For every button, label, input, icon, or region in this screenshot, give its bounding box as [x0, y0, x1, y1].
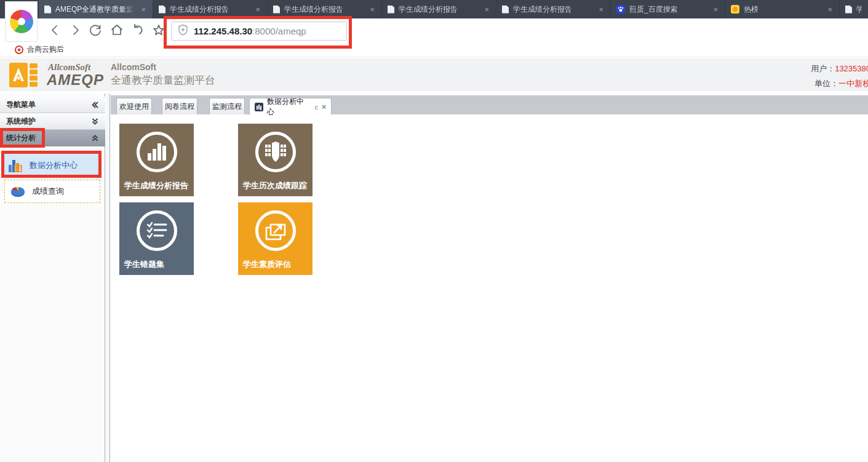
bar-chart-tab-icon	[255, 103, 263, 111]
session-info: 用户：13235380 单位：一中新校	[811, 62, 868, 91]
pinwheel-logo-icon	[10, 10, 33, 33]
browser-tab-report-2[interactable]: 学生成绩分析报告 ×	[267, 0, 381, 18]
close-tab-icon[interactable]: ×	[140, 5, 147, 14]
bar-chart-tile-icon	[137, 132, 177, 172]
browser-tab-report-1[interactable]: 学生成绩分析报告 ×	[153, 0, 267, 18]
pie-chart-icon	[10, 183, 26, 199]
browser-tab-school[interactable]: 学校成	[839, 0, 868, 18]
screen: AMEQP全通教学质量监 × 学生成绩分析报告 × 学生成绩分析报告 × 学生成…	[0, 0, 868, 462]
workspace: 欢迎使用 阅卷流程 监测流程 数据分析中心 c ×	[111, 94, 868, 462]
app-header: AllcomSoft AMEQP AllcomSoft 全通教学质量监测平台 用…	[0, 58, 868, 91]
tile-history-score-tracking[interactable]: 学生历次成绩跟踪	[238, 124, 313, 196]
browser-tab-report-3[interactable]: 学生成绩分析报告 ×	[381, 0, 496, 18]
close-tab-icon[interactable]: ×	[483, 5, 490, 14]
tab-marking-flow[interactable]: 阅卷流程	[162, 98, 197, 114]
home-icon[interactable]	[109, 23, 124, 38]
close-tab-icon[interactable]: ×	[322, 103, 326, 111]
page-favicon	[44, 6, 51, 14]
sidebar-section-label: 统计分析	[6, 133, 36, 143]
close-tab-icon[interactable]: ×	[712, 5, 719, 14]
bookmarks-bar: 合商云购后	[0, 42, 868, 57]
sidebar-item-label: 成绩查询	[32, 186, 64, 197]
browser-tab-hot-list[interactable]: 热榜 ×	[725, 0, 839, 18]
sidebar-splitter[interactable]	[106, 94, 110, 462]
tile-label: 学生错题集	[124, 259, 164, 270]
browser-tab-ameqp[interactable]: AMEQP全通教学质量监 ×	[38, 0, 153, 18]
browser-tab-label: 学生成绩分析报告	[399, 4, 479, 15]
address-host[interactable]: 112.245.48.30	[194, 26, 252, 36]
unit-value: 一中新校	[838, 79, 868, 88]
browser-tab-label: 学生成绩分析报告	[284, 4, 364, 15]
collapse-left-icon[interactable]	[91, 101, 99, 109]
browser-tab-label: 学生成绩分析报告	[170, 4, 250, 15]
product-name: AllcomSoft	[111, 62, 156, 72]
back-icon[interactable]	[48, 23, 63, 38]
browser-logo[interactable]	[5, 1, 38, 42]
tile-label: 学生素质评估	[243, 259, 291, 270]
tab-label: 阅卷流程	[165, 102, 194, 112]
unit-line: 单位：一中新校	[811, 76, 868, 91]
page-favicon	[502, 6, 509, 14]
tile-score-analysis-report[interactable]: 学生成绩分析报告	[119, 124, 194, 196]
favorite-star-icon[interactable]	[151, 23, 166, 38]
tab-welcome[interactable]: 欢迎使用	[116, 98, 152, 114]
page-favicon	[388, 6, 394, 14]
browser-tab-label: 学校成	[856, 4, 862, 15]
address-path[interactable]: :8000/ameqp	[252, 26, 306, 36]
sidebar-section-statistics-analysis[interactable]: 统计分析	[0, 130, 105, 146]
close-tab-icon[interactable]: ×	[254, 5, 261, 14]
address-url: 112.245.48.30:8000/ameqp	[194, 26, 306, 37]
tab-label: 欢迎使用	[119, 102, 149, 112]
address-bar[interactable]: 112.245.48.30:8000/ameqp	[171, 22, 347, 41]
browser-tab-label: 煎蛋_百度搜索	[629, 4, 707, 15]
browser-tab-baidu-search[interactable]: 煎蛋_百度搜索 ×	[610, 0, 725, 18]
browser-tab-label: AMEQP全通教学质量监	[55, 4, 135, 15]
reload-icon[interactable]	[88, 23, 103, 38]
sidebar-section-system-maintenance[interactable]: 系统维护	[0, 113, 105, 130]
chevron-double-up-icon[interactable]	[91, 134, 99, 142]
ameqp-logo-icon	[9, 61, 41, 92]
user-label: 用户：	[811, 64, 835, 73]
browser-tab-label: 热榜	[744, 4, 822, 15]
tab-label: 监测流程	[212, 102, 242, 112]
tile-label: 学生历次成绩跟踪	[243, 180, 307, 191]
undo-icon[interactable]	[130, 23, 145, 38]
close-tab-icon[interactable]: ×	[368, 5, 376, 14]
sidebar-item-score-query[interactable]: 成绩查询	[4, 180, 100, 203]
close-tab-icon[interactable]: ×	[826, 5, 834, 14]
sidebar-item-data-analysis-center[interactable]: 数据分析中心	[2, 154, 102, 177]
site-security-shield-icon[interactable]	[178, 24, 188, 38]
checklist-tile-icon	[137, 210, 177, 251]
hot-list-favicon	[731, 5, 739, 14]
browser-tab-strip: AMEQP全通教学质量监 × 学生成绩分析报告 × 学生成绩分析报告 × 学生成…	[0, 0, 868, 18]
page-favicon	[845, 6, 852, 14]
browser-tab-label: 学生成绩分析报告	[513, 4, 593, 15]
tile-label: 学生成绩分析报告	[124, 180, 188, 191]
sidebar-title-nav-menu[interactable]: 导航菜单	[0, 97, 105, 113]
bookmark-favicon	[15, 46, 23, 54]
tab-data-analysis-center[interactable]: 数据分析中心 c ×	[249, 98, 332, 115]
tab-monitoring-flow[interactable]: 监测流程	[209, 98, 245, 114]
brand-word-text: AMEQP	[47, 71, 104, 89]
product-subtitle: 全通教学质量监测平台	[111, 73, 215, 87]
chevron-double-down-icon[interactable]	[91, 117, 99, 125]
tab-label: 数据分析中心	[267, 97, 311, 117]
sidebar-section-label: 系统维护	[6, 116, 36, 127]
tile-wrong-question-collection[interactable]: 学生错题集	[119, 202, 194, 275]
tile-quality-assessment[interactable]: 学生素质评估	[238, 202, 313, 275]
baidu-paw-favicon	[616, 5, 625, 14]
close-tab-icon[interactable]: ×	[597, 5, 605, 14]
unit-label: 单位：	[814, 79, 838, 88]
browser-tab-report-4[interactable]: 学生成绩分析报告 ×	[496, 0, 610, 18]
forward-icon[interactable]	[68, 23, 82, 38]
export-tile-icon	[255, 210, 296, 251]
history-tracking-tile-icon	[255, 132, 296, 172]
refresh-tab-icon[interactable]: c	[314, 103, 318, 111]
sidebar: 导航菜单 系统维护 统计分析 数据分析中心	[0, 94, 105, 462]
bar-chart-icon	[7, 157, 23, 173]
sidebar-title-label: 导航菜单	[6, 100, 36, 110]
bookmark-item[interactable]: 合商云购后	[15, 44, 64, 55]
user-line: 用户：13235380	[811, 62, 868, 76]
page-favicon	[159, 6, 165, 14]
sidebar-item-label: 数据分析中心	[30, 160, 78, 171]
